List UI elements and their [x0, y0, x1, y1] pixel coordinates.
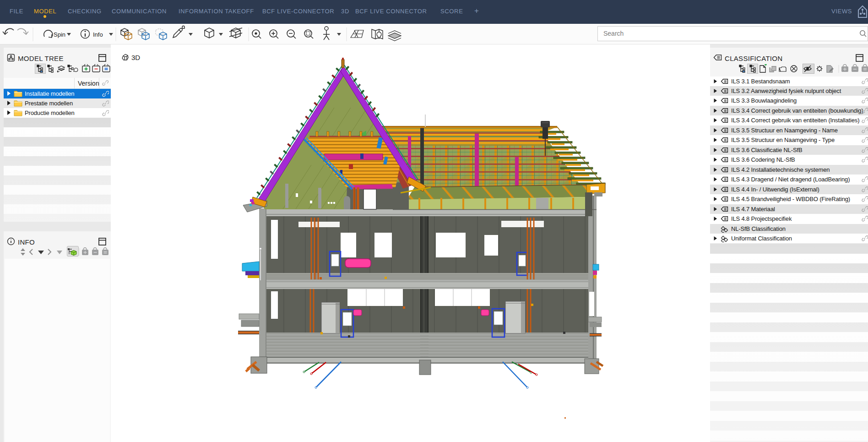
- svg-text:Spin: Spin: [54, 31, 65, 38]
- svg-text:Info: Info: [93, 31, 103, 38]
